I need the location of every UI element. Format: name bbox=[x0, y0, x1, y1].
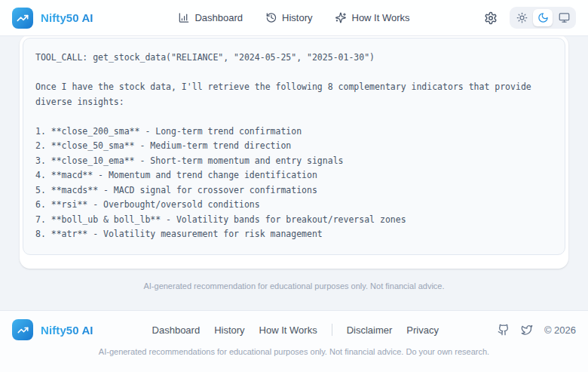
footer-brand-link[interactable]: Nifty50 AI bbox=[12, 319, 93, 340]
trending-up-icon bbox=[17, 324, 29, 336]
page-disclaimer: AI-generated recommendation for educatio… bbox=[20, 281, 568, 291]
settings-button[interactable] bbox=[482, 9, 500, 27]
moon-icon bbox=[537, 12, 549, 23]
footer-link-disclaimer[interactable]: Disclaimer bbox=[347, 324, 393, 336]
gear-icon bbox=[484, 11, 498, 25]
footer-brand-name: Nifty50 AI bbox=[41, 324, 93, 337]
nav-history[interactable]: History bbox=[265, 12, 312, 23]
twitter-link[interactable] bbox=[521, 324, 533, 336]
footer-meta: © 2026 bbox=[498, 324, 576, 336]
footer-link-dashboard[interactable]: Dashboard bbox=[152, 324, 201, 336]
footer-nav: Dashboard History How It Works Disclaime… bbox=[152, 324, 439, 336]
history-icon bbox=[265, 12, 277, 23]
footer-link-privacy[interactable]: Privacy bbox=[406, 324, 439, 336]
brand-home-link[interactable]: Nifty50 AI bbox=[12, 8, 93, 29]
chart-column-icon bbox=[178, 12, 189, 23]
brand-logo bbox=[12, 8, 33, 29]
theme-light-button[interactable] bbox=[512, 9, 531, 26]
nav-dashboard[interactable]: Dashboard bbox=[178, 12, 243, 23]
nav-dashboard-label: Dashboard bbox=[194, 12, 243, 23]
sun-icon bbox=[516, 12, 528, 23]
nav-how-it-works-label: How It Works bbox=[352, 12, 410, 23]
brand-name: Nifty50 AI bbox=[41, 11, 93, 24]
footer-nav-divider bbox=[332, 324, 332, 336]
footer-link-history[interactable]: History bbox=[214, 324, 244, 336]
footer-brand-logo bbox=[12, 319, 33, 340]
theme-toggle bbox=[510, 7, 576, 29]
copyright: © 2026 bbox=[544, 324, 576, 336]
analysis-code-block: TOOL_CALL: get_stock_data("RELIANCE", "2… bbox=[23, 38, 565, 255]
sparkles-icon bbox=[335, 12, 347, 23]
main-content: TOOL_CALL: get_stock_data("RELIANCE", "2… bbox=[0, 36, 588, 310]
twitter-icon bbox=[521, 324, 533, 336]
footer-disclaimer: AI-generated recommendations for educati… bbox=[12, 347, 576, 356]
header-actions bbox=[482, 7, 576, 29]
footer-link-how-it-works[interactable]: How It Works bbox=[259, 324, 317, 336]
github-link[interactable] bbox=[498, 324, 510, 336]
app-footer: Nifty50 AI Dashboard History How It Work… bbox=[0, 310, 588, 372]
theme-dark-button[interactable] bbox=[533, 9, 553, 26]
trending-up-icon bbox=[17, 12, 29, 24]
theme-system-button[interactable] bbox=[554, 9, 574, 26]
github-icon bbox=[498, 324, 510, 336]
nav-how-it-works[interactable]: How It Works bbox=[335, 12, 410, 23]
app-header: Nifty50 AI Dashboard History How It Work… bbox=[0, 0, 588, 36]
footer-row: Nifty50 AI Dashboard History How It Work… bbox=[12, 319, 576, 340]
analysis-card: TOOL_CALL: get_stock_data("RELIANCE", "2… bbox=[20, 35, 568, 269]
main-nav: Dashboard History How It Works bbox=[178, 0, 409, 35]
monitor-icon bbox=[559, 12, 570, 23]
nav-history-label: History bbox=[282, 12, 312, 23]
